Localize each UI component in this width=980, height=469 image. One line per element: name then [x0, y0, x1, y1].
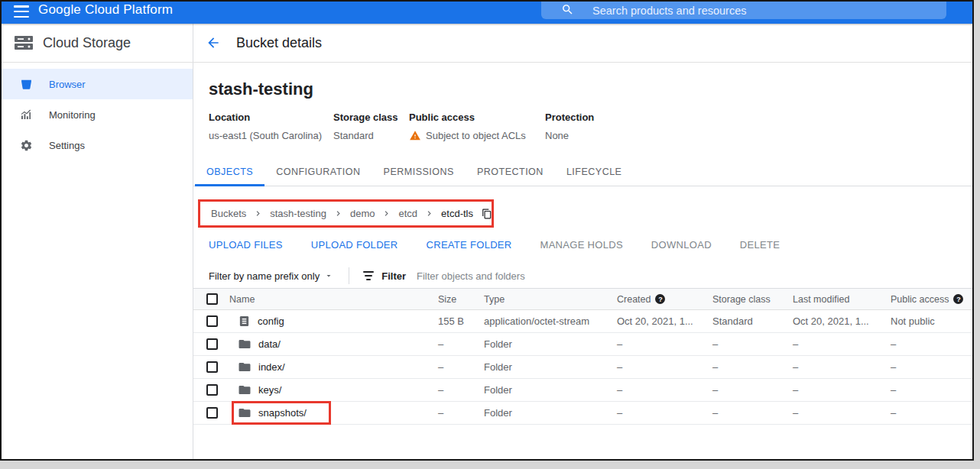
- meta-value-public-access: Subject to object ACLs: [409, 130, 545, 141]
- tab-configuration[interactable]: CONFIGURATION: [264, 160, 372, 186]
- folder-icon: [239, 408, 251, 418]
- breadcrumb-demo[interactable]: demo: [350, 208, 375, 219]
- main-content: stash-testing Location us-east1 (South C…: [193, 63, 972, 461]
- create-folder-button[interactable]: CREATE FOLDER: [427, 239, 512, 251]
- annotation-box-breadcrumb: Buckets stash-testing demo etcd etcd-tls: [198, 199, 494, 228]
- bucket-meta: Location us-east1 (South Carolina) Stora…: [209, 112, 972, 141]
- cell-public-access: –: [891, 361, 972, 373]
- tab-permissions[interactable]: PERMISSIONS: [372, 160, 466, 186]
- filter-scope-dropdown[interactable]: Filter by name prefix only: [209, 270, 333, 282]
- cell-last-modified: –: [793, 384, 891, 396]
- cell-storage-class: Standard: [712, 315, 793, 327]
- select-all-checkbox[interactable]: [206, 293, 218, 305]
- tab-objects[interactable]: OBJECTS: [195, 160, 264, 186]
- cell-public-access: –: [891, 384, 972, 396]
- meta-label-public-access: Public access: [409, 112, 545, 123]
- cell-created: Oct 20, 2021, 1...: [617, 315, 712, 327]
- product-name: Google Cloud Platform: [38, 2, 173, 18]
- upload-files-button[interactable]: UPLOAD FILES: [209, 239, 283, 251]
- tab-bar: OBJECTS CONFIGURATION PERMISSIONS PROTEC…: [193, 160, 972, 186]
- filter-input[interactable]: [417, 270, 646, 282]
- filter-label: Filter: [381, 270, 406, 282]
- app-header-left: Cloud Storage: [2, 24, 193, 62]
- table-row: keys/ – Folder – – – –: [193, 379, 972, 402]
- page-title: Bucket details: [236, 35, 322, 51]
- file-icon: [239, 315, 250, 327]
- cell-storage-class: –: [712, 384, 793, 396]
- cell-public-access: Not public: [891, 315, 972, 327]
- objects-table: Name Size Type Created? Storage class La…: [193, 289, 972, 425]
- menu-icon[interactable]: [14, 5, 29, 18]
- bucket-name: stash-testing: [209, 79, 972, 99]
- folder-icon: [239, 362, 251, 372]
- copy-icon[interactable]: [482, 209, 492, 219]
- row-checkbox[interactable]: [206, 384, 218, 396]
- screenshot-frame: Google Cloud Platform Search products an…: [0, 0, 974, 461]
- cloud-storage-icon: [14, 34, 34, 51]
- meta-label-protection: Protection: [545, 112, 594, 123]
- col-header-created: Created?: [617, 294, 712, 305]
- row-checkbox[interactable]: [206, 361, 218, 373]
- col-header-last-modified: Last modified: [793, 294, 891, 305]
- cell-public-access: –: [891, 407, 972, 419]
- cell-last-modified: –: [793, 361, 891, 373]
- filter-bar: Filter by name prefix only Filter: [193, 264, 972, 289]
- row-checkbox[interactable]: [206, 315, 218, 327]
- sidebar-item-browser[interactable]: Browser: [2, 69, 193, 99]
- object-name[interactable]: keys/: [258, 384, 281, 396]
- row-checkbox[interactable]: [206, 407, 218, 419]
- breadcrumb-buckets[interactable]: Buckets: [211, 208, 246, 219]
- help-icon[interactable]: ?: [655, 294, 665, 304]
- search-placeholder: Search products and resources: [592, 5, 747, 17]
- object-name[interactable]: data/: [258, 338, 281, 350]
- cell-created: –: [617, 384, 712, 396]
- cell-size: –: [438, 338, 484, 350]
- manage-holds-button[interactable]: MANAGE HOLDS: [540, 239, 623, 251]
- cell-last-modified: –: [793, 407, 891, 419]
- breadcrumb-bucket-name[interactable]: stash-testing: [270, 208, 326, 219]
- object-name[interactable]: snapshots/: [258, 407, 307, 419]
- breadcrumb-etcd[interactable]: etcd: [398, 208, 417, 219]
- search-input[interactable]: Search products and resources: [541, 0, 946, 19]
- sidebar-item-settings[interactable]: Settings: [2, 130, 193, 160]
- table-row: snapshots/ – Folder – – – –: [193, 402, 972, 425]
- app-header: Cloud Storage Bucket details: [2, 24, 972, 63]
- col-header-storage-class: Storage class: [712, 294, 793, 305]
- meta-label-storage-class: Storage class: [333, 112, 409, 123]
- divider: [349, 267, 349, 284]
- tab-lifecycle[interactable]: LIFECYCLE: [555, 160, 634, 186]
- sidebar-item-label: Browser: [49, 79, 86, 90]
- sidebar-item-label: Monitoring: [49, 109, 96, 121]
- cell-type: Folder: [484, 361, 617, 373]
- table-row: data/ – Folder – – – –: [193, 333, 972, 356]
- object-name[interactable]: index/: [258, 361, 285, 373]
- back-button[interactable]: [204, 34, 222, 52]
- search-icon: [561, 3, 574, 16]
- table-row: config 155 B application/octet-stream Oc…: [193, 310, 972, 333]
- cell-type: Folder: [484, 407, 617, 419]
- chart-icon: [18, 107, 34, 122]
- breadcrumb-current-folder: etcd-tls: [441, 208, 473, 219]
- filter-icon: [363, 271, 374, 280]
- cell-type: application/octet-stream: [484, 315, 617, 327]
- folder-icon: [239, 385, 251, 395]
- top-app-bar: Google Cloud Platform Search products an…: [2, 2, 972, 24]
- object-name[interactable]: config: [258, 315, 284, 327]
- object-actions: UPLOAD FILES UPLOAD FOLDER CREATE FOLDER…: [209, 239, 972, 251]
- arrow-back-icon: [206, 35, 221, 50]
- table-header-row: Name Size Type Created? Storage class La…: [193, 289, 972, 310]
- meta-value-protection: None: [545, 130, 594, 141]
- col-header-name: Name: [229, 294, 438, 305]
- sidebar-item-monitoring[interactable]: Monitoring: [2, 99, 193, 130]
- row-checkbox[interactable]: [206, 338, 218, 350]
- sidebar-item-label: Settings: [49, 140, 85, 151]
- cell-size: –: [438, 361, 484, 373]
- download-button[interactable]: DOWNLOAD: [651, 239, 712, 251]
- tab-protection[interactable]: PROTECTION: [466, 160, 555, 186]
- col-header-size: Size: [438, 294, 484, 305]
- app-title: Cloud Storage: [43, 35, 131, 51]
- cell-last-modified: –: [793, 338, 891, 350]
- upload-folder-button[interactable]: UPLOAD FOLDER: [311, 239, 398, 251]
- help-icon[interactable]: ?: [953, 294, 963, 304]
- delete-button[interactable]: DELETE: [740, 239, 780, 251]
